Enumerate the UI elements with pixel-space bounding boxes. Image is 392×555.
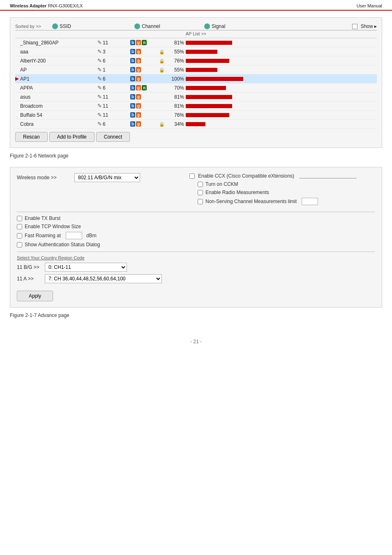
show-auth-checkbox[interactable]: [17, 242, 22, 247]
ap-row-ssid: aaa: [19, 49, 97, 55]
mode-badge-n: n: [142, 85, 147, 90]
ap-row-channel: ✎11: [97, 112, 130, 118]
lock-icon: 🔒: [159, 122, 165, 127]
mode-badge-b: b: [130, 121, 135, 127]
rescan-button[interactable]: Rescan: [15, 132, 48, 142]
ap-table-row[interactable]: AlbertY-200✎6bg🔒76%: [15, 56, 377, 65]
ap-row-signal-bar-wrap: [186, 41, 377, 45]
ap-row-modes: bg: [130, 103, 159, 109]
adv-divider-1: [17, 212, 375, 212]
mode-badge-b: b: [130, 103, 135, 109]
ap-row-channel: ✎6: [97, 58, 130, 64]
bg-channel-select[interactable]: 0: CH1-111: CH1-132: CH10-113: CH10-134:…: [45, 263, 127, 272]
cckm-checkbox[interactable]: [198, 182, 203, 187]
non-serving-row: Non-Serving Channel Measurements limit 2…: [198, 198, 375, 205]
fast-roaming-input[interactable]: -70: [66, 232, 82, 239]
ccx-row: Enable CCX (Cisco Compatible eXtensions): [189, 173, 375, 179]
show-checkbox-icon: [352, 24, 357, 29]
ap-table-row[interactable]: asus✎11bg81%: [15, 92, 377, 102]
ap-table-header: Sorted by >> SSID Channel Signal Sh: [15, 22, 377, 30]
mode-badge-n: n: [142, 40, 147, 45]
tcp-window-checkbox[interactable]: [17, 224, 22, 229]
add-to-profile-button[interactable]: Add to Profile: [49, 132, 95, 142]
ap-row-channel: ✎6: [97, 76, 130, 82]
mode-badge-b: b: [130, 40, 135, 45]
tx-burst-checkbox[interactable]: [17, 216, 22, 221]
fast-roaming-unit: dBm: [86, 233, 97, 238]
mode-badge-g: g: [136, 85, 141, 90]
fast-roaming-checkbox[interactable]: [17, 233, 22, 238]
ap-row-modes: bg: [130, 67, 159, 72]
ap-row-ssid: asus: [19, 94, 97, 100]
show-auth-label: Show Authentication Status Dialog: [25, 242, 100, 247]
ap-table-row[interactable]: AP✎1bg🔒55%: [15, 65, 377, 74]
ap-table-row[interactable]: ▶AP1✎6bg100%: [15, 74, 377, 83]
non-serving-label: Non-Serving Channel Measurements limit: [205, 199, 297, 204]
country-region-section: Select Your Country Region Code 11 B/G >…: [17, 255, 375, 283]
ap-table: Sorted by >> SSID Channel Signal Sh: [15, 22, 377, 143]
country-region-label: Select Your Country Region Code: [17, 255, 375, 260]
adv-top-section: Wireless mode >> 802.11 A/B/G/N mix802.1…: [17, 173, 375, 208]
signal-circle-icon: [204, 23, 210, 29]
ap-table-row[interactable]: Broadcom✎11bg81%: [15, 102, 377, 111]
mode-badge-b: b: [130, 94, 135, 99]
show-auth-row: Show Authentication Status Dialog: [17, 242, 375, 247]
mode-badge-g: g: [136, 103, 141, 109]
ap-table-row[interactable]: Cobra✎6bg🔒34%: [15, 120, 377, 129]
tx-burst-label: Enable TX Burst: [25, 215, 60, 221]
ap-row-signal-pct: 100%: [167, 76, 186, 82]
ap-row-channel-num: 1: [103, 67, 106, 73]
ap-row-channel-num: 6: [103, 85, 106, 91]
network-figure-box: Sorted by >> SSID Channel Signal Sh: [10, 17, 382, 148]
figure1-caption: Figure 2-1-6 Network page: [10, 151, 382, 159]
ap-row-signal-bar-wrap: [186, 77, 377, 81]
ap-row-signal-bar: [186, 86, 226, 90]
ap-row-channel-num: 11: [103, 103, 108, 109]
tcp-window-label: Enable TCP Window Size: [25, 224, 81, 229]
mode-badge-g: g: [136, 49, 141, 54]
ap-row-modes: bg: [130, 76, 159, 81]
ap-table-row[interactable]: Buffalo 54✎11bg76%: [15, 111, 377, 120]
header-product: Wireless Adapter RNX-G300EX/LX: [10, 3, 83, 8]
col-header-channel: Channel: [134, 23, 175, 29]
ap-row-signal-bar: [186, 50, 217, 54]
ap-row-signal-bar: [186, 41, 232, 45]
connect-button[interactable]: Connect: [96, 132, 130, 142]
ap-row-ssid: APPA: [19, 85, 97, 91]
ap-row-signal-bar: [186, 77, 243, 81]
mode-badge-b: b: [130, 76, 135, 81]
ap-row-ssid: Buffalo 54: [19, 112, 97, 118]
figure2-caption: Figure 2-1-7 Advance page: [10, 311, 382, 318]
tx-burst-row: Enable TX Burst: [17, 215, 375, 221]
ap-row-signal-bar-wrap: [186, 59, 377, 63]
channel-icon: ✎: [97, 67, 102, 73]
non-serving-checkbox[interactable]: [198, 199, 203, 204]
ap-row-channel-num: 11: [103, 112, 108, 118]
non-serving-input[interactable]: 250: [302, 198, 318, 205]
radio-meas-row: Enable Radio Measurements: [198, 190, 375, 195]
ap-row-ssid: Broadcom: [19, 103, 97, 109]
mode-badge-b: b: [130, 112, 135, 118]
ccx-checkbox[interactable]: [189, 173, 195, 179]
ap-table-row[interactable]: APPA✎6bgn70%: [15, 83, 377, 92]
radio-meas-checkbox[interactable]: [198, 190, 203, 195]
apply-button[interactable]: Apply: [17, 291, 53, 301]
ap-row-ssid: AP1: [19, 76, 97, 82]
radio-meas-label: Enable Radio Measurements: [205, 190, 269, 195]
ap-row-channel-num: 6: [103, 76, 106, 82]
ap-table-row[interactable]: aaa✎3bg🔒55%: [15, 47, 377, 56]
ssid-circle-icon: [52, 23, 58, 29]
ap-row-modes: bgn: [130, 40, 159, 45]
ap-row-channel: ✎11: [97, 39, 130, 46]
ap-table-row[interactable]: _Shiang_2860AP✎11bgn81%: [15, 38, 377, 47]
wireless-mode-select[interactable]: 802.11 A/B/G/N mix802.11 B/G mix802.11 A…: [74, 173, 140, 182]
document-header: Wireless Adapter RNX-G300EX/LX User Manu…: [0, 0, 392, 11]
adv-divider-2: [17, 252, 375, 252]
bg-channel-row: 11 B/G >> 0: CH1-111: CH1-132: CH10-113:…: [17, 263, 375, 272]
ap-row-signal-bar-wrap: [186, 50, 377, 54]
channel-icon: ✎: [97, 103, 102, 109]
page-footer: - 21 -: [10, 326, 382, 349]
ap-row-signal-bar-wrap: [186, 68, 377, 72]
ap-row-signal-pct: 76%: [167, 112, 186, 118]
a-channel-select[interactable]: 7: CH 36,40,44,48,52,56,60,64,1000: CH36…: [45, 274, 162, 283]
